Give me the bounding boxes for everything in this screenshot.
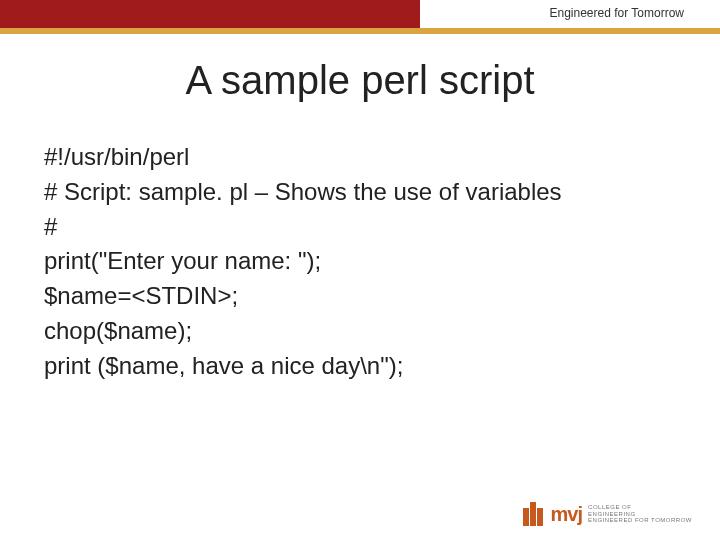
top-bar-gold-line bbox=[0, 28, 720, 34]
top-bar-red-block bbox=[0, 0, 420, 28]
code-line: # bbox=[44, 210, 676, 245]
logo-letters: mvj bbox=[551, 503, 582, 526]
code-line: # Script: sample. pl – Shows the use of … bbox=[44, 175, 676, 210]
logo-text: COLLEGE OF ENGINEERING ENGINEERED FOR TO… bbox=[588, 504, 692, 524]
code-line: chop($name); bbox=[44, 314, 676, 349]
logo-text-line: ENGINEERED FOR TOMORROW bbox=[588, 517, 692, 524]
code-line: print("Enter your name: "); bbox=[44, 244, 676, 279]
top-bar: Engineered for Tomorrow bbox=[0, 0, 720, 34]
logo-mark-icon bbox=[523, 502, 543, 526]
tagline: Engineered for Tomorrow bbox=[549, 6, 684, 20]
code-line: #!/usr/bin/perl bbox=[44, 140, 676, 175]
slide-title: A sample perl script bbox=[0, 58, 720, 103]
code-line: $name=<STDIN>; bbox=[44, 279, 676, 314]
logo-text-line: ENGINEERING bbox=[588, 511, 692, 518]
logo-text-line: COLLEGE OF bbox=[588, 504, 692, 511]
logo: mvj COLLEGE OF ENGINEERING ENGINEERED FO… bbox=[523, 502, 692, 526]
slide-body: #!/usr/bin/perl # Script: sample. pl – S… bbox=[44, 140, 676, 384]
code-line: print ($name, have a nice day\n"); bbox=[44, 349, 676, 384]
slide: Engineered for Tomorrow A sample perl sc… bbox=[0, 0, 720, 540]
